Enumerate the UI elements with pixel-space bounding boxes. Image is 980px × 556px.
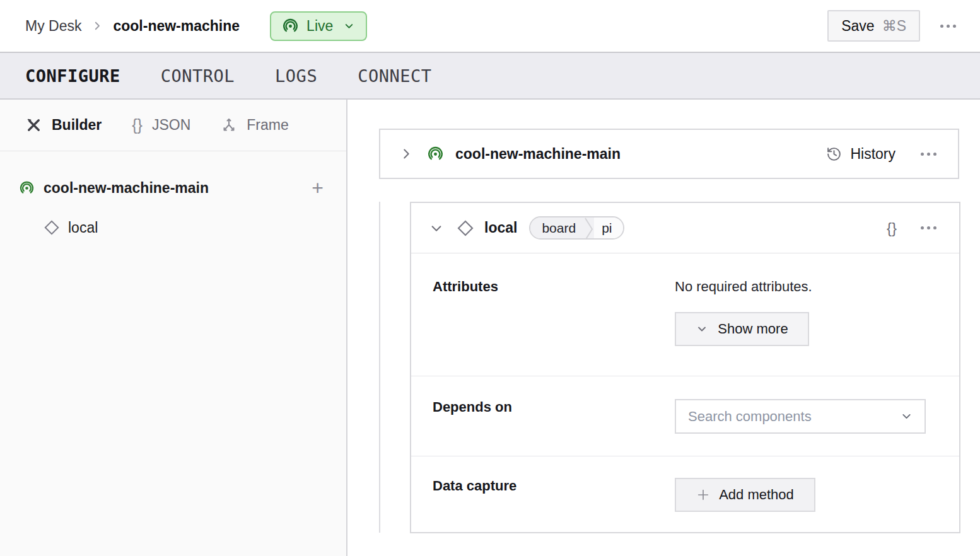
chevron-down-icon xyxy=(900,410,913,423)
mode-json-label: JSON xyxy=(152,117,190,134)
component-json-button[interactable]: {} xyxy=(883,217,901,240)
machine-part-title: cool-new-machine-main xyxy=(455,146,621,163)
tree-component-label: local xyxy=(68,219,98,236)
view-mode-switcher: Builder {} JSON Frame xyxy=(0,100,346,151)
history-clock-icon xyxy=(826,146,842,162)
primary-tab-bar: CONFIGURE CONTROL LOGS CONNECT xyxy=(0,52,980,100)
mode-frame-label: Frame xyxy=(247,117,288,134)
component-title: local xyxy=(484,219,517,236)
top-header: My Desk cool-new-machine Live Save ⌘S xyxy=(0,0,980,52)
save-shortcut-hint: ⌘S xyxy=(882,18,906,35)
machine-part-overflow-menu-button[interactable] xyxy=(914,146,943,162)
attributes-heading: Attributes xyxy=(433,279,675,295)
machine-status-badge[interactable]: Live xyxy=(270,11,367,41)
braces-icon: {} xyxy=(132,116,143,134)
component-card-local: local board pi {} Attributes No required… xyxy=(410,202,960,533)
data-capture-section: Data capture Add method xyxy=(411,456,959,532)
tree-item-component-local[interactable]: local xyxy=(19,213,327,242)
tools-icon xyxy=(25,117,42,134)
depends-on-heading: Depends on xyxy=(433,399,675,415)
plus-icon xyxy=(696,488,710,502)
content-area: Builder {} JSON Frame xyxy=(0,100,980,556)
tree-item-machine-part[interactable]: cool-new-machine-main + xyxy=(19,171,327,204)
chevron-down-icon xyxy=(343,20,355,32)
attributes-empty-text: No required attributes. xyxy=(675,279,812,295)
component-card-header: local board pi {} xyxy=(411,203,959,253)
save-button-label: Save xyxy=(841,18,874,35)
history-button-label: History xyxy=(850,146,895,163)
component-type-chip: board pi xyxy=(529,216,624,240)
configure-main-pane: cool-new-machine-main History xyxy=(347,100,980,556)
tab-logs[interactable]: LOGS xyxy=(275,66,317,86)
broadcast-icon xyxy=(19,180,35,196)
breadcrumb-chevron-icon xyxy=(91,20,103,32)
depends-on-section: Depends on Search components xyxy=(411,376,959,456)
diamond-icon xyxy=(457,220,474,236)
configure-sidebar: Builder {} JSON Frame xyxy=(0,100,347,556)
tab-configure[interactable]: CONFIGURE xyxy=(25,66,120,86)
mode-frame[interactable]: Frame xyxy=(221,117,288,134)
tree-connector-line xyxy=(379,202,380,533)
mode-json[interactable]: {} JSON xyxy=(132,116,190,134)
depends-on-select[interactable]: Search components xyxy=(675,399,926,434)
mode-builder[interactable]: Builder xyxy=(25,117,102,134)
broadcast-icon xyxy=(282,18,299,35)
component-overflow-menu-button[interactable] xyxy=(914,220,943,236)
breadcrumb-machine-name: cool-new-machine xyxy=(113,18,240,35)
expand-chevron-right-icon[interactable] xyxy=(399,147,413,161)
save-button[interactable]: Save ⌘S xyxy=(827,10,920,42)
add-method-button[interactable]: Add method xyxy=(675,478,815,512)
tab-connect[interactable]: CONNECT xyxy=(358,66,431,86)
tab-control[interactable]: CONTROL xyxy=(161,66,235,86)
mode-builder-label: Builder xyxy=(52,117,102,134)
machine-part-card: cool-new-machine-main History xyxy=(379,129,959,179)
chip-type-label: board xyxy=(530,217,585,238)
axes-icon xyxy=(221,117,237,134)
tree-machine-label: cool-new-machine-main xyxy=(44,180,209,197)
show-more-label: Show more xyxy=(718,321,788,337)
collapse-chevron-down-icon[interactable] xyxy=(429,221,443,235)
broadcast-icon xyxy=(427,146,444,163)
add-component-button[interactable]: + xyxy=(308,178,327,198)
header-overflow-menu-button[interactable] xyxy=(934,18,962,34)
component-tree: cool-new-machine-main + local xyxy=(0,151,346,242)
status-badge-label: Live xyxy=(306,18,333,35)
data-capture-heading: Data capture xyxy=(433,478,675,494)
chevron-down-icon xyxy=(696,323,708,335)
chip-model-label: pi xyxy=(594,217,622,238)
add-method-label: Add method xyxy=(719,487,794,503)
breadcrumb-parent[interactable]: My Desk xyxy=(25,18,81,35)
attributes-section: Attributes No required attributes. Show … xyxy=(411,253,959,376)
chip-divider-chevron-icon xyxy=(585,217,594,238)
history-button[interactable]: History xyxy=(826,146,895,163)
diamond-icon xyxy=(44,220,59,235)
depends-on-placeholder: Search components xyxy=(688,408,812,425)
show-more-button[interactable]: Show more xyxy=(675,312,809,346)
